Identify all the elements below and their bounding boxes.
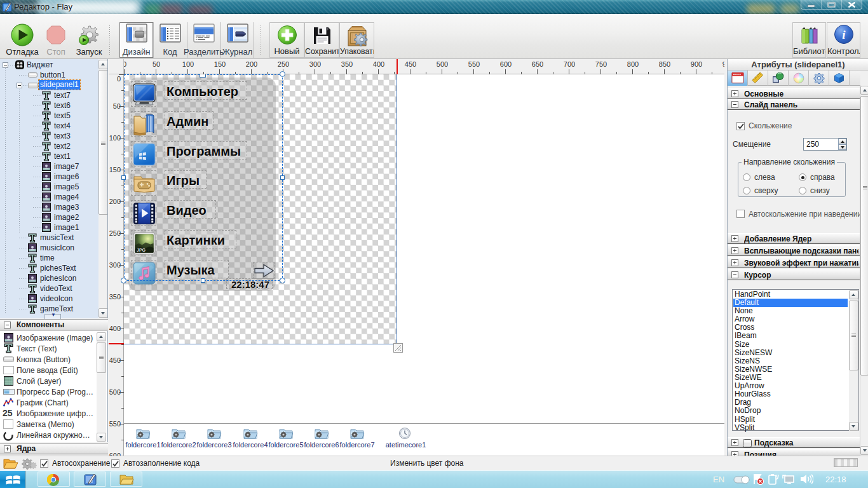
svg-text:i: i	[842, 28, 846, 41]
